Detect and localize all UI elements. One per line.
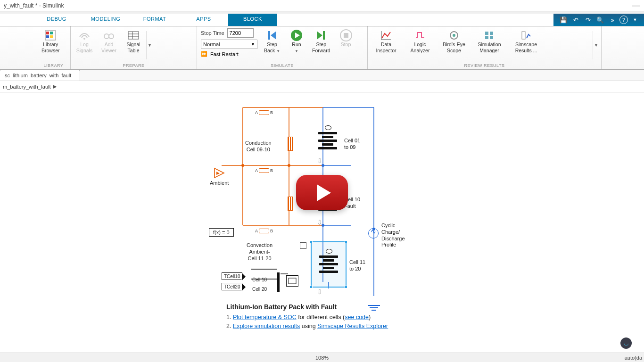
undo-icon[interactable]: ↶ [570, 15, 581, 25]
stop-time-label: Stop Time [201, 30, 224, 36]
convection-label: Convection Ambient- Cell 11-20 [247, 242, 272, 262]
tab-debug[interactable]: DEBUG [32, 14, 81, 26]
solver-info[interactable]: auto(da [625, 355, 644, 361]
canvas[interactable]: AB AB AB Conduction Cell 09-10 ▶ Ambient… [0, 92, 644, 353]
simulation-manager-button[interactable]: SimulationManager [471, 28, 507, 62]
statusbar: 108% auto(da [0, 353, 644, 362]
cell-11-20-label: Cell 11 to 20 [349, 259, 365, 272]
fast-restart-icon: ⏩ [201, 51, 207, 57]
fast-restart-label: Fast Restart [210, 51, 239, 57]
data-inspector-button[interactable]: DataInspector [370, 28, 403, 62]
svg-point-5 [83, 38, 85, 40]
group-library: LibraryBrowser LIBRARY [37, 26, 71, 69]
scope-block[interactable] [286, 275, 298, 287]
titlebar: y_with_fault * - Simulink — [0, 0, 644, 11]
step-back-button[interactable]: StepBack ▼ [260, 28, 284, 62]
cyclic-profile-label: Cyclic Charge/ Discharge Profile [381, 222, 405, 248]
plot-link[interactable]: Plot temperature & SOC [233, 314, 297, 321]
search-icon[interactable]: 🔍 [595, 15, 605, 25]
scope-icon [449, 29, 459, 41]
cell-01-09-block[interactable] [318, 128, 337, 154]
wifi-icon [79, 29, 90, 41]
solver-config-block[interactable]: f(x) = 0 [209, 228, 234, 237]
svg-point-23 [453, 34, 455, 37]
prepare-dropdown-icon[interactable]: ▼ [146, 31, 153, 59]
library-browser-button[interactable]: LibraryBrowser [39, 28, 63, 62]
cell-11-20-block[interactable] [319, 252, 338, 277]
tab-apps[interactable]: APPS [179, 14, 228, 26]
arrow-down-icon-2: ⇩ [316, 219, 323, 226]
fast-restart-button[interactable]: ⏩ Fast Restart [201, 51, 257, 57]
group-prepare: LogSignals AddViewer SignalTable ▼ PREPA… [71, 26, 197, 69]
svg-point-6 [104, 34, 109, 39]
run-button[interactable]: Run▼ [285, 28, 308, 62]
review-dropdown-icon[interactable]: ▼ [593, 31, 599, 59]
video-play-button[interactable] [296, 175, 348, 210]
quick-access-bar: 💾 ↶ ↷ 🔍 » ? ▼ [553, 14, 644, 26]
birds-eye-scope-button[interactable]: Bird's-EyeScope [438, 28, 471, 62]
thermal-port-ab-1[interactable]: AB [255, 110, 273, 115]
stop-button[interactable]: Stop [334, 28, 358, 62]
port-block[interactable] [300, 242, 306, 249]
save-icon[interactable]: 💾 [558, 15, 569, 25]
add-viewer-button[interactable]: AddViewer [97, 28, 121, 62]
thermal-block-2[interactable] [288, 197, 293, 211]
simulate-form: Stop Time Normal ▼ ⏩ Fast Restart [199, 28, 259, 62]
assistant-badge-icon[interactable]: ◡ [620, 337, 632, 349]
window-title: y_with_fault * - Simulink [4, 2, 64, 9]
results-icon [521, 29, 531, 41]
logic-analyzer-button[interactable]: LogicAnalyzer [404, 28, 437, 62]
stop-icon [340, 29, 352, 41]
svg-marker-17 [317, 31, 322, 40]
tcell10-tag[interactable]: TCell10 [222, 272, 242, 280]
mux-label-1: Cell 10 [252, 277, 267, 283]
group-label-simulate: SIMULATE [199, 62, 365, 69]
stop-time-input[interactable] [227, 28, 254, 38]
help-dropdown-icon[interactable]: ▼ [630, 15, 640, 25]
step-forward-button[interactable]: StepForward [309, 28, 333, 62]
help-icon[interactable]: ? [619, 16, 628, 24]
ambient-block[interactable]: ▶ [214, 167, 223, 179]
simscape-results-button[interactable]: SimscapeResults ... [508, 28, 544, 62]
zoom-level[interactable]: 108% [315, 355, 329, 361]
breadcrumb-bar: m_battery_with_fault ▶ [0, 81, 644, 92]
tcell20-tag[interactable]: TCell20 [222, 283, 242, 290]
more-icon[interactable]: » [607, 15, 618, 25]
svg-text:▶: ▶ [216, 171, 220, 175]
signal-table-button[interactable]: SignalTable [122, 28, 145, 62]
ambient-label: Ambient [210, 180, 229, 187]
footer-line-2: 2. Explore simulation results using Sims… [226, 322, 388, 331]
simscape-explorer-link[interactable]: Simscape Results Explorer [317, 323, 388, 329]
step-back-icon [267, 29, 277, 41]
svg-rect-28 [522, 32, 525, 39]
svg-marker-13 [271, 31, 276, 40]
sim-mode-select[interactable]: Normal ▼ [201, 40, 257, 49]
model-tab[interactable]: sc_lithium_battery_with_fault [0, 70, 80, 81]
conduction-block[interactable] [288, 137, 293, 151]
svg-rect-1 [46, 32, 49, 34]
redo-icon[interactable]: ↷ [583, 15, 593, 25]
conduction-label: Conduction Cell 09-10 [245, 140, 272, 153]
see-code-link[interactable]: see code [345, 314, 369, 321]
breadcrumb-item[interactable]: m_battery_with_fault [3, 84, 51, 90]
minimize-icon[interactable]: — [632, 0, 640, 10]
arrow-down-icon-3: ⇩ [316, 288, 323, 295]
window-tabbar: sc_lithium_battery_with_fault [0, 70, 644, 81]
toolstrip: LibraryBrowser LIBRARY LogSignals AddVie… [0, 26, 644, 70]
thermal-port-ab-3[interactable]: AB [255, 229, 273, 233]
arrow-down-icon: ⇩ [316, 157, 323, 164]
tab-modeling[interactable]: MODELING [81, 14, 130, 26]
thermal-port-ab-2[interactable]: AB [255, 168, 273, 173]
footer-line-1: 1. Plot temperature & SOC for different … [226, 313, 388, 322]
explore-link[interactable]: Explore simulation results [233, 323, 300, 329]
tab-format[interactable]: FORMAT [130, 14, 179, 26]
chevron-down-icon: ▼ [251, 42, 255, 47]
mux-block[interactable] [277, 272, 280, 292]
log-signals-button[interactable]: LogSignals [73, 28, 96, 62]
sim-mode-value: Normal [203, 41, 220, 47]
cell-01-09-label: Cell 01 to 09 [344, 138, 360, 151]
breadcrumb-chevron-icon[interactable]: ▶ [53, 83, 57, 90]
tab-block[interactable]: BLOCK [228, 14, 277, 26]
group-simulate: Stop Time Normal ▼ ⏩ Fast Restart StepBa… [197, 26, 368, 69]
cyclic-profile-block[interactable] [368, 228, 379, 239]
